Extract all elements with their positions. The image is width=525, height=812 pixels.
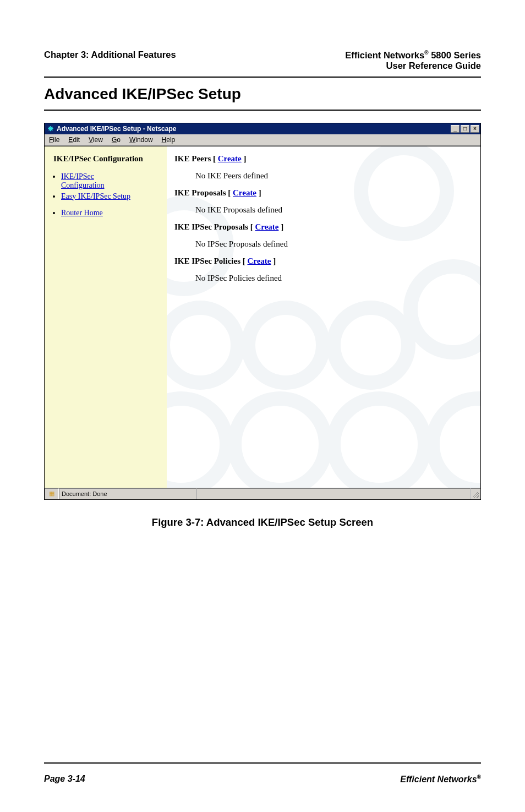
menu-file-underline: F [49,136,53,144]
menu-help[interactable]: Help [157,136,180,144]
sidebar-list: IKE/IPSec Configuration Easy IKE/IPSec S… [53,172,160,201]
close-button[interactable]: × [471,125,479,133]
create-link-ipsec-proposals[interactable]: Create [255,222,278,231]
menu-view-underline: V [89,136,93,144]
menu-go[interactable]: Go [107,136,125,144]
main-panel: IKE Peers [ Create ] No IKE Peers define… [167,146,480,488]
status-icon: ▦ [45,488,59,499]
watermark-swirl [167,391,234,488]
netscape-window: ❋ Advanced IKE/IPSec Setup - Netscape _ … [44,123,481,500]
footer-rule [44,762,481,764]
registered-mark: ® [424,50,428,56]
content-area: IKE/IPSec Configuration IKE/IPSec Config… [45,146,480,488]
section-heading-ike-peers: IKE Peers [ Create ] [174,154,475,164]
status-fill [196,488,471,499]
heading-suffix: ] [278,222,283,231]
create-link-ike-peers[interactable]: Create [218,154,242,163]
header-right-line2: User Reference Guide [386,61,481,70]
status-bar: ▦ Document: Done [45,488,480,499]
menu-window[interactable]: Window [125,136,157,144]
menu-help-underline: H [162,136,167,144]
status-message: Document: Done [59,488,196,499]
netscape-icon: ❋ [47,125,54,133]
menu-window-underline: W [129,136,135,144]
watermark-swirl [167,301,245,390]
sidebar-link-ike-ipsec[interactable]: IKE/IPSec Configuration [61,172,105,189]
resize-grip[interactable] [471,488,480,499]
section-heading-ipsec-proposals: IKE IPSec Proposals [ Create ] [174,222,475,232]
main-inner: IKE Peers [ Create ] No IKE Peers define… [167,146,480,283]
header-right-line1a: Efficient Networks [345,50,424,60]
heading-suffix: ] [271,257,276,265]
minimize-button[interactable]: _ [451,125,460,133]
sidebar-link-easy-setup[interactable]: Easy IKE/IPSec Setup [61,192,130,200]
sidebar-item-easy-setup: Easy IKE/IPSec Setup [61,192,160,201]
menu-edit-underline: E [68,136,73,144]
header-rule [44,77,481,78]
heading-prefix: IKE Proposals [ [174,188,233,197]
section-title: Advanced IKE/IPSec Setup [44,85,481,103]
sidebar-label: Configuration [61,181,105,189]
sidebar-list-2: Router Home [53,209,160,217]
heading-prefix: IKE IPSec Proposals [ [174,222,255,231]
watermark-swirl [326,391,432,488]
heading-suffix: ] [256,188,261,197]
window-buttons: _ □ × [451,125,479,133]
section-rule [44,110,481,111]
footer-left: Page 3-14 [44,774,85,784]
window-title: Advanced IKE/IPSec Setup - Netscape [57,125,451,133]
header-left: Chapter 3: Additional Features [44,50,176,60]
registered-mark: ® [477,774,481,780]
menu-go-underline: G [112,136,117,144]
maximize-button[interactable]: □ [461,125,469,133]
menu-view[interactable]: View [84,136,107,144]
page-footer: Page 3-14 Efficient Networks® [44,774,481,784]
sidebar-item-ike-ipsec-config: IKE/IPSec Configuration [61,172,160,190]
body-ike-peers: No IKE Peers defined [174,171,475,181]
watermark-swirl [425,391,480,488]
header-right: Efficient Networks® 5800 Series User Ref… [345,50,481,71]
header-right-line1b: 5800 Series [429,50,481,60]
sidebar: IKE/IPSec Configuration IKE/IPSec Config… [45,146,167,488]
watermark-swirl [241,301,330,390]
create-link-ike-proposals[interactable]: Create [233,188,256,197]
footer-right: Efficient Networks® [400,774,481,784]
sidebar-item-router-home: Router Home [61,209,160,217]
footer-right-text: Efficient Networks [400,775,477,784]
body-ipsec-proposals: No IPSec Proposals defined [174,239,475,249]
figure-caption: Figure 3-7: Advanced IKE/IPSec Setup Scr… [44,516,481,528]
page-header: Chapter 3: Additional Features Efficient… [44,50,481,71]
body-ipsec-policies: No IPSec Policies defined [174,274,475,283]
section-heading-ipsec-policies: IKE IPSec Policies [ Create ] [174,257,475,266]
heading-prefix: IKE IPSec Policies [ [174,257,247,265]
body-ike-proposals: No IKE Proposals defined [174,205,475,215]
menu-file[interactable]: File [45,136,64,144]
sidebar-label: IKE/IPSec [61,172,94,181]
sidebar-title: IKE/IPSec Configuration [53,154,160,164]
menu-bar: File Edit View Go Window Help [45,134,480,146]
create-link-ipsec-policies[interactable]: Create [247,257,271,265]
watermark-swirl [326,301,415,390]
sidebar-link-router-home[interactable]: Router Home [61,209,103,217]
menu-edit[interactable]: Edit [64,136,84,144]
section-heading-ike-proposals: IKE Proposals [ Create ] [174,188,475,198]
watermark-swirl [227,391,333,488]
heading-prefix: IKE Peers [ [174,154,218,163]
heading-suffix: ] [242,154,247,163]
window-titlebar: ❋ Advanced IKE/IPSec Setup - Netscape _ … [45,123,480,134]
